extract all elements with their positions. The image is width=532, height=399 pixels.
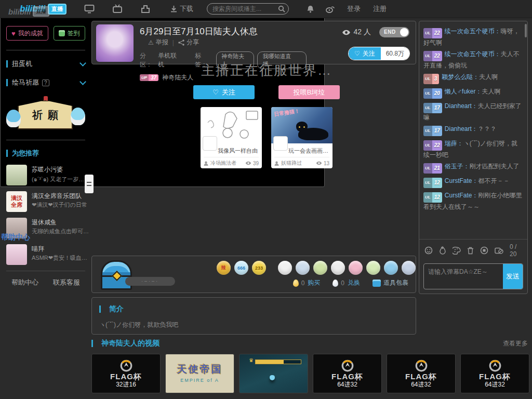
weibo-icon[interactable]	[326, 5, 335, 13]
watermark-text: bilibili	[8, 7, 31, 16]
danmaku-input[interactable]	[424, 264, 503, 289]
end-toggle[interactable]: END	[379, 27, 409, 37]
block-icon[interactable]	[495, 247, 503, 255]
video-thumbnail[interactable]: FLAG杯 64进32	[460, 354, 529, 393]
chat-username[interactable]: 续一次命五个硬币：	[445, 28, 501, 35]
thumbnail-overlay-text: 日常撸猫！	[273, 108, 300, 118]
feed-bkela-button[interactable]: 投喂B坷垃	[278, 85, 340, 99]
palette-icon[interactable]	[453, 247, 461, 255]
upload-icon[interactable]	[140, 4, 151, 14]
toggle-knob	[400, 28, 408, 36]
emoji-icon[interactable]	[424, 246, 433, 255]
item-package-link[interactable]: 道具包裹	[383, 278, 408, 287]
gift-icon-7[interactable]	[331, 261, 345, 275]
record-icon[interactable]	[480, 246, 488, 255]
gift-icon-6[interactable]	[313, 261, 327, 275]
search-box	[207, 3, 289, 15]
video-title-line1: 天使帝国	[177, 364, 223, 375]
exchange-link[interactable]: 兑换	[348, 278, 360, 287]
video-thumbnail[interactable]: 天使帝国 EMPIRE of A	[165, 354, 234, 393]
gift-icon-10[interactable]	[384, 261, 398, 275]
viewer-count: 42 人	[342, 28, 371, 37]
monitor-icon[interactable]	[84, 4, 95, 14]
share-button[interactable]: 分享	[178, 38, 199, 47]
chat-username[interactable]: CurstFate：	[445, 192, 478, 199]
game-hud-bar	[255, 360, 301, 364]
video-thumbnail[interactable]: FLAG杯 64进32	[387, 354, 456, 393]
chat-username[interactable]: 俗玉子：	[445, 163, 470, 170]
help-center-overflow-link[interactable]: 帮助中心	[1, 233, 30, 242]
chat-username[interactable]: Dianheart：	[445, 125, 478, 132]
send-button[interactable]: 发送	[503, 264, 523, 289]
gift-icon-666[interactable]: 666	[234, 261, 248, 275]
tv-icon[interactable]	[112, 4, 123, 14]
chat-username[interactable]: 懒人♂fuker：	[445, 88, 482, 95]
gift-icon-8[interactable]	[349, 261, 363, 275]
chat-username[interactable]: 瑞薛：	[445, 140, 463, 147]
my-achievements-button[interactable]: ♥ 我的成就	[6, 26, 48, 41]
streamer-avatar[interactable]	[96, 24, 134, 62]
card-title: 玩一会去画画…	[288, 147, 330, 155]
contact-support-link[interactable]: 联系客服	[53, 278, 80, 287]
logo-live-badge: 直播	[48, 4, 66, 15]
register-link[interactable]: 注册	[373, 4, 387, 14]
download-link[interactable]: 下载	[170, 4, 193, 14]
recommended-video-card[interactable]: 日常撸猫！ 玩一会去画画… 妖猫路过 13	[271, 107, 332, 168]
card-author: 冷场施法者	[210, 159, 236, 167]
silver-seed-icon	[332, 280, 338, 287]
player-follow-button[interactable]: ♡ 关注	[193, 85, 255, 99]
chat-text: 夫人啊	[482, 88, 500, 95]
check-in-button[interactable]: 签到	[54, 26, 85, 41]
chat-username[interactable]: CurstFate：	[445, 177, 478, 184]
chat-message: UL22瑞薛：ヽ(´ˇ`)ノ你们呀，就续一秒吧	[419, 138, 527, 161]
recommended-room[interactable]: 喵拜 ASMR❤贵安！吸血…	[6, 244, 85, 265]
danmaku-input-box: 发送	[423, 263, 523, 289]
chat-scrollbar[interactable]	[525, 24, 527, 37]
follower-count: 60.8万	[381, 47, 409, 60]
chat-text: 夫人啊	[479, 73, 498, 81]
danmaku-chat-panel: UL22续一次命五个硬币：嗨呀，好气啊 UL22续一次命五个硬币：夫人不开直播，…	[419, 21, 528, 294]
video-title-line2: EMPIRE of A	[180, 378, 219, 383]
chat-username[interactable]: 颖梦么么哒：	[442, 73, 479, 81]
share-label: 分享	[187, 38, 199, 47]
user-level-badge: UL12	[423, 192, 442, 203]
video-thumbnail[interactable]: FLAG杯 32进16	[91, 354, 161, 393]
search-icon[interactable]	[278, 5, 285, 12]
video-title-line1: FLAG杯	[331, 373, 363, 381]
trash-icon[interactable]	[467, 247, 474, 255]
room-desc: ASMR❤贵安！吸血…	[32, 254, 85, 262]
gift-icon-5[interactable]	[296, 261, 310, 275]
report-button[interactable]: ⚠ 举报	[148, 38, 168, 47]
chat-username[interactable]: 续一次命五个硬币：	[445, 50, 501, 58]
follow-button[interactable]: ♡ 关注	[349, 47, 381, 60]
gift-icon-tv[interactable]	[278, 261, 292, 275]
user-level-badge: UL22	[423, 51, 442, 61]
chat-message: UL20懒人♂fuker：夫人啊	[419, 86, 527, 100]
gift-icon-latiao[interactable]: 辣	[217, 261, 231, 275]
intro-title: 简介	[109, 304, 124, 314]
notification-bell-icon[interactable]	[307, 5, 314, 13]
gift-icon-9[interactable]	[366, 261, 380, 275]
download-label: 下载	[180, 4, 193, 14]
download-icon	[170, 5, 177, 12]
chat-username[interactable]: Dianheart：	[445, 102, 478, 110]
video-thumbnail[interactable]: ♛	[239, 354, 308, 393]
gift-icon-11[interactable]	[402, 261, 416, 275]
gift-icon-233[interactable]: 233	[252, 261, 266, 275]
fire-icon[interactable]	[439, 246, 446, 255]
view-more-link[interactable]: 查看更多	[503, 339, 528, 348]
sidebar-collapse-handle[interactable]	[85, 175, 94, 193]
video-thumbnail[interactable]: FLAG杯 64进32	[313, 354, 382, 393]
room-name: 退休咸鱼	[32, 218, 85, 228]
help-center-link[interactable]: 帮助中心	[11, 278, 38, 287]
intro-section-header: 简介	[99, 304, 416, 314]
search-input[interactable]	[207, 3, 289, 15]
gift-list: 辣 666 233	[217, 261, 433, 275]
overwatch-logo-icon	[488, 359, 502, 373]
recommended-room[interactable]: 满汉全席 满汉全席音乐团队 ❤满汉❤汉子们の日常	[6, 191, 85, 212]
recommended-video-card[interactable]: 我像风一样自由 冷场施法者 39	[201, 107, 262, 168]
avatar-text: 满汉全席	[9, 195, 24, 208]
login-link[interactable]: 登录	[347, 4, 361, 14]
buy-link[interactable]: 购买	[308, 278, 320, 287]
watermark-badge: 直播	[33, 6, 49, 17]
